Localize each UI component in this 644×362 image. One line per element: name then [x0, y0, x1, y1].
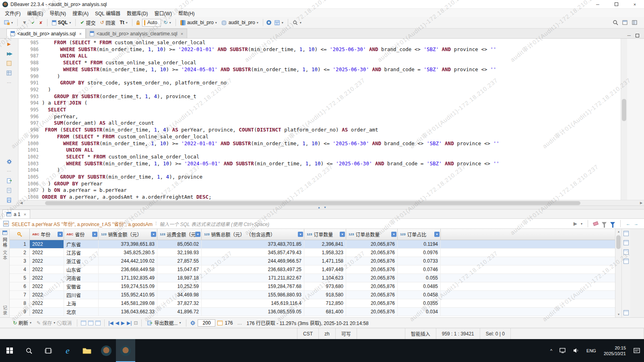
- gear-icon[interactable]: [6, 158, 12, 165]
- code-line[interactable]: ) b ON a.perYear = b.perYear: [42, 187, 621, 194]
- new-connection-button[interactable]: ▾: [2, 19, 14, 26]
- grid-corner[interactable]: [10, 229, 30, 240]
- sash-up-icon[interactable]: ▲: [318, 206, 320, 209]
- column-header[interactable]: 123订单总数量▼: [346, 229, 398, 240]
- grid-cell[interactable]: 20,065,876: [346, 308, 398, 316]
- close-button[interactable]: ×: [625, 0, 644, 8]
- grid-cell[interactable]: 10,252.59: [157, 282, 202, 290]
- column-filter-button[interactable]: ▼: [58, 232, 63, 237]
- grid-cell[interactable]: 236,668,449.58: [99, 265, 157, 274]
- code-line[interactable]: ): [42, 73, 621, 80]
- grid-cell[interactable]: 1,104,623: [304, 274, 346, 282]
- script-doc-icon[interactable]: [6, 187, 12, 193]
- grid-cell[interactable]: 159,274,515.09: [99, 282, 157, 290]
- nav-back-icon[interactable]: ←: [626, 221, 630, 226]
- code-line[interactable]: perYear,: [42, 113, 621, 120]
- menu-item[interactable]: SQL 编辑器: [92, 9, 124, 17]
- scroll-left-icon[interactable]: ◀: [19, 201, 24, 205]
- caret-position[interactable]: 959 : 1 : 39421: [436, 328, 480, 339]
- table-row[interactable]: 82022上海145,581,289.0837,827.32145,619,11…: [10, 299, 615, 308]
- filter-input[interactable]: 输入一个 SQL 表达式来过滤结果 (使用 Ctrl+Space): [159, 220, 571, 227]
- sash-down-icon[interactable]: ▼: [324, 206, 326, 209]
- close-results-tab-icon[interactable]: ×: [24, 212, 26, 217]
- table-row[interactable]: 42022山东省236,668,449.5815,047.67236,683,4…: [10, 265, 615, 274]
- column-header[interactable]: ABC省份▼: [64, 229, 99, 240]
- tray-expand-icon[interactable]: ^: [547, 339, 556, 362]
- row-number[interactable]: 3: [10, 257, 30, 265]
- taskbar-search-button[interactable]: [19, 339, 39, 362]
- grid-cell[interactable]: 20,065,876: [346, 265, 398, 274]
- grid-cell[interactable]: 373,398,651.83: [99, 240, 157, 248]
- dbeaver-taskbar-button[interactable]: [97, 339, 116, 362]
- row-number[interactable]: 7: [10, 291, 30, 299]
- editor-horizontal-scrollbar[interactable]: ◀ ▶: [19, 200, 644, 206]
- export-data-button[interactable]: 导出数据...▾: [145, 319, 182, 327]
- grid-cell[interactable]: 浙江省: [64, 257, 99, 265]
- grid-cell[interactable]: 0.0355: [398, 299, 441, 307]
- code-line[interactable]: UNION ALL: [42, 53, 621, 60]
- column-filter-button[interactable]: ▼: [434, 232, 440, 237]
- grid-cell[interactable]: 2022: [30, 265, 64, 274]
- rollback-all-button[interactable]: ✘: [37, 20, 44, 26]
- grid-cell[interactable]: 20,065,876: [346, 291, 398, 299]
- editor-tab-analysis-cleartime[interactable]: <audit_bi_pro> analysis_cleartime.sql ×: [86, 29, 187, 38]
- menu-item[interactable]: 窗口(W): [151, 9, 175, 17]
- code-area[interactable]: FROM (SELECT * FROM custom_online_sale_o…: [42, 39, 621, 200]
- table-row[interactable]: 22022江苏省345,825,280.532,198.93345,857,47…: [10, 249, 615, 257]
- grid-cell[interactable]: 0.0976: [398, 249, 441, 257]
- code-line[interactable]: WHERE SUBSTR(min_order_time, 1, 10) >= '…: [42, 66, 621, 73]
- grid-cell[interactable]: 20,065,876: [346, 299, 398, 307]
- cancel-button[interactable]: ⃠取消: [59, 319, 73, 327]
- grid-cell[interactable]: 0.0458: [398, 291, 441, 299]
- code-line[interactable]: SELECT * FROM custom_online_sale_order_l…: [42, 154, 621, 160]
- layout-button[interactable]: ▾: [273, 19, 285, 26]
- grid-cell[interactable]: 上海: [64, 299, 99, 307]
- code-line[interactable]: FROM (SELECT * FROM custom_online_sale_o…: [42, 39, 621, 46]
- table-row[interactable]: 52022河南省171,192,835.4918,987.18171,211,8…: [10, 274, 615, 282]
- record-panel-icon[interactable]: [623, 231, 629, 236]
- grid-cell[interactable]: 145,619,116.4: [202, 299, 304, 307]
- grid-cell[interactable]: 2022: [30, 249, 64, 257]
- grid-cell[interactable]: 244,442,109.02: [99, 257, 157, 265]
- grid-cell[interactable]: 安徽省: [64, 282, 99, 290]
- search-button[interactable]: ▾: [291, 19, 303, 26]
- row-number[interactable]: 1: [10, 240, 30, 248]
- grid-cell[interactable]: 0.034: [398, 308, 441, 316]
- grid-cell[interactable]: 712,850: [304, 299, 346, 307]
- rollback-button[interactable]: ↺回滚: [98, 19, 117, 27]
- grid-cell[interactable]: 河南省: [64, 274, 99, 282]
- column-filter-button[interactable]: ▼: [340, 232, 345, 237]
- lock-icon[interactable]: [135, 20, 141, 25]
- grid-cell[interactable]: 20,065,876: [346, 249, 398, 257]
- commit-all-button[interactable]: ✔: [30, 20, 36, 26]
- nav-forward-icon[interactable]: →: [634, 221, 638, 226]
- input-language[interactable]: ENG: [583, 339, 600, 362]
- next-row-icon[interactable]: ▶: [121, 320, 125, 326]
- minimize-editor-icon[interactable]: ─: [627, 33, 631, 38]
- grid-cell[interactable]: 236,683,497.25: [202, 265, 304, 274]
- grid-cell[interactable]: 171,192,835.49: [99, 274, 157, 282]
- grid-cell[interactable]: 973,680: [304, 282, 346, 290]
- grid-cell[interactable]: 0.0485: [398, 282, 441, 290]
- last-row-icon[interactable]: ▶|: [127, 320, 132, 326]
- table-row[interactable]: 92022北京136,043,662.3341,896.72136,085,55…: [10, 308, 615, 316]
- grid-vertical-scrollbar[interactable]: ▲ ▼: [615, 229, 621, 317]
- new-sql-editor-button[interactable]: SQL▾: [50, 19, 73, 26]
- code-line[interactable]: ) GROUP BY perYear: [42, 181, 621, 187]
- row-number[interactable]: 6: [10, 282, 30, 290]
- editor-tab-analysis[interactable]: <audit_bi_pro> analysis.sql ×: [6, 29, 86, 38]
- menu-item[interactable]: 搜索(A): [69, 9, 92, 17]
- first-row-icon[interactable]: |◀: [108, 320, 113, 326]
- menu-item[interactable]: 数据库(D): [124, 9, 151, 17]
- code-line[interactable]: GROUP BY SUBSTR(order_time_t, 1, 4), pro…: [42, 93, 621, 100]
- file-explorer-button[interactable]: [77, 339, 97, 362]
- tab-record-view[interactable]: 记录: [2, 305, 8, 316]
- grid-cell[interactable]: 244,469,966.57: [202, 257, 304, 265]
- grid-cell[interactable]: 918,580: [304, 291, 346, 299]
- connection-selector[interactable]: audit_bi_pro▾: [179, 19, 219, 26]
- menu-item[interactable]: 编辑(E): [24, 9, 46, 17]
- code-line[interactable]: UNION ALL: [42, 147, 621, 154]
- prev-row-icon[interactable]: ◀: [116, 320, 119, 326]
- metadata-panel-icon[interactable]: [623, 259, 629, 264]
- column-header[interactable]: 123销售总额（元） （包含运费）▼: [202, 229, 304, 240]
